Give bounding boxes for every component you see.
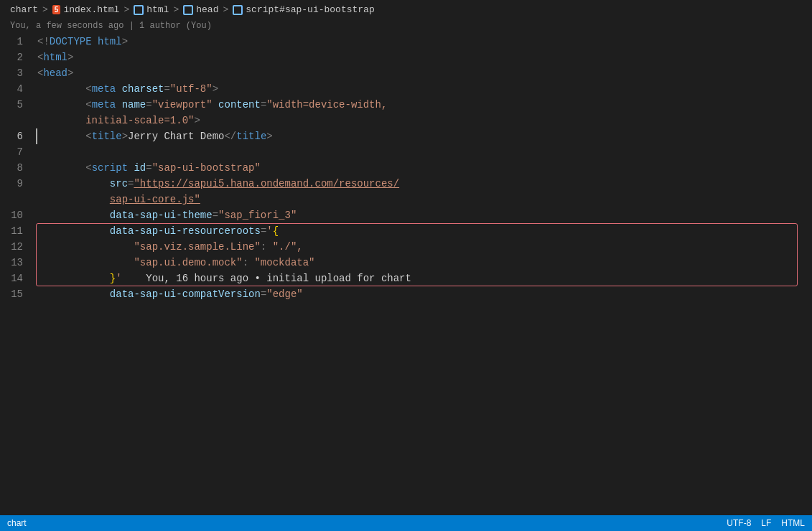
line-content: data-sap-ui-compatVersion="edge" (34, 286, 812, 302)
status-encoding: UTF-8 (727, 518, 751, 525)
code-line: 3 <head> (0, 65, 812, 81)
line-number: 6 (0, 128, 34, 144)
line-number: 9 (0, 176, 34, 192)
file-name[interactable]: index.html (63, 4, 119, 15)
line-content: <title>Jerry Chart Demo</title> (34, 128, 812, 144)
breadcrumb-bar: chart > 5 index.html > html > head > scr… (0, 0, 812, 19)
sep1: > (42, 4, 48, 15)
code-line: 15 data-sap-ui-compatVersion="edge" (0, 286, 812, 302)
tag-html[interactable]: html (146, 4, 169, 15)
line-content: "sap.ui.demo.mock": "mockdata" (34, 255, 812, 271)
code-line: 7 (0, 144, 812, 160)
code-line: 9 src="https://sapui5.hana.ondemand.com/… (0, 176, 812, 207)
code-line: 10 data-sap-ui-theme="sap_fiori_3" (0, 207, 812, 223)
ghost-blame-text: You, 16 hours ago • initial upload for c… (146, 273, 411, 284)
code-line: 4 <meta charset="utf-8"> (0, 81, 812, 97)
line-content (34, 144, 812, 160)
box-icon-1 (134, 5, 144, 15)
line-number: 10 (0, 207, 34, 223)
line-number: 12 (0, 239, 34, 255)
html5-icon: 5 (52, 5, 61, 14)
status-language: HTML (781, 518, 805, 525)
line-number: 4 (0, 81, 34, 97)
status-right: UTF-8 LF HTML (727, 518, 805, 525)
status-project-label: chart (7, 518, 27, 525)
code-line: 12 "sap.viz.sample.Line": "./", (0, 239, 812, 255)
line-content: <meta charset="utf-8"> (34, 81, 812, 97)
code-line: 1 <!DOCTYPE html> (0, 34, 812, 50)
project-name[interactable]: chart (10, 4, 38, 15)
box-icon-3 (233, 5, 243, 15)
line-content: }' You, 16 hours ago • initial upload fo… (34, 271, 812, 286)
line-content: <html> (34, 50, 812, 65)
line-number: 8 (0, 160, 34, 176)
status-bar: chart UTF-8 LF HTML (0, 515, 812, 525)
line-content: data-sap-ui-theme="sap_fiori_3" (34, 207, 812, 223)
line-content: <!DOCTYPE html> (34, 34, 812, 50)
editor-wrapper: 1 <!DOCTYPE html> 2 <html> 3 <head> 4 <m… (0, 34, 812, 525)
line-number: 1 (0, 34, 34, 50)
code-editor[interactable]: 1 <!DOCTYPE html> 2 <html> 3 <head> 4 <m… (0, 34, 812, 525)
box-icon-2 (183, 5, 193, 15)
code-line-6: 6 <title>Jerry Chart Demo</title> (0, 128, 812, 144)
code-line: 11 data-sap-ui-resourceroots='{ (0, 223, 812, 239)
sep3: > (173, 4, 179, 15)
line-content: <script id="sap-ui-bootstrap" (34, 160, 812, 176)
code-line: 5 <meta name="viewport" content="width=d… (0, 97, 812, 128)
line-number: 13 (0, 255, 34, 271)
code-line: 13 "sap.ui.demo.mock": "mockdata" (0, 255, 812, 271)
line-number: 15 (0, 286, 34, 302)
code-line: 2 <html> (0, 50, 812, 65)
tag-script[interactable]: script#sap-ui-bootstrap (246, 4, 374, 15)
sep4: > (223, 4, 228, 15)
sep2: > (123, 4, 129, 15)
status-eol: LF (761, 518, 771, 525)
line-content: src="https://sapui5.hana.ondemand.com/re… (34, 176, 812, 207)
line-content: <head> (34, 65, 812, 81)
line-number: 14 (0, 271, 34, 286)
cursor (36, 128, 37, 144)
tag-head[interactable]: head (196, 4, 218, 15)
line-content: data-sap-ui-resourceroots='{ (34, 223, 812, 239)
line-number: 2 (0, 50, 34, 65)
line-number: 7 (0, 144, 34, 160)
highlighted-region: 11 data-sap-ui-resourceroots='{ 12 "sap.… (0, 223, 812, 286)
line-number: 11 (0, 223, 34, 239)
code-line: 8 <script id="sap-ui-bootstrap" (0, 160, 812, 176)
line-content: "sap.viz.sample.Line": "./", (34, 239, 812, 255)
line-number: 5 (0, 97, 34, 113)
code-line: 14 }' You, 16 hours ago • initial upload… (0, 271, 812, 286)
author-line: You, a few seconds ago | 1 author (You) (0, 19, 812, 34)
line-number: 3 (0, 65, 34, 81)
line-content: <meta name="viewport" content="width=dev… (34, 97, 812, 128)
